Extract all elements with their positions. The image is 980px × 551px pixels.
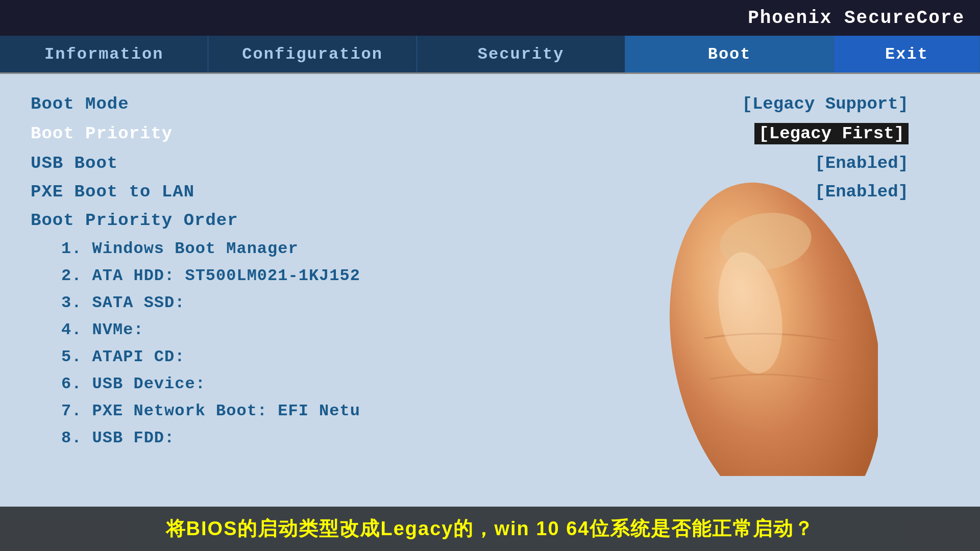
boot-mode-row[interactable]: Boot Mode [Legacy Support] xyxy=(31,94,949,114)
boot-priority-label: Boot Priority xyxy=(31,124,173,143)
pxe-boot-label: PXE Boot to LAN xyxy=(31,182,194,202)
boot-priority-row[interactable]: Boot Priority [Legacy First] xyxy=(31,123,949,144)
content-area: Boot Mode [Legacy Support] Boot Priority… xyxy=(0,74,980,476)
nav-bar: Information Configuration Security Boot … xyxy=(0,36,980,72)
tab-exit[interactable]: Exit xyxy=(834,36,980,72)
boot-priority-value: [Legacy First] xyxy=(754,123,909,144)
brand-name: Phoenix SecureCore xyxy=(748,8,965,29)
boot-priority-order-label: Boot Priority Order xyxy=(31,211,238,230)
usb-boot-label: USB Boot xyxy=(31,154,118,173)
finger-image xyxy=(612,160,878,476)
boot-mode-value: [Legacy Support] xyxy=(742,94,909,114)
subtitle-text: 将BIOS的启动类型改成Legacy的，win 10 64位系统是否能正常启动？ xyxy=(166,516,815,542)
tab-configuration[interactable]: Configuration xyxy=(208,36,416,72)
subtitle-bar: 将BIOS的启动类型改成Legacy的，win 10 64位系统是否能正常启动？ xyxy=(0,507,980,551)
boot-mode-label: Boot Mode xyxy=(31,94,129,114)
brand-bar: Phoenix SecureCore xyxy=(0,0,980,36)
tab-information[interactable]: Information xyxy=(0,36,208,72)
tab-boot[interactable]: Boot xyxy=(625,36,834,72)
tab-security[interactable]: Security xyxy=(417,36,625,72)
